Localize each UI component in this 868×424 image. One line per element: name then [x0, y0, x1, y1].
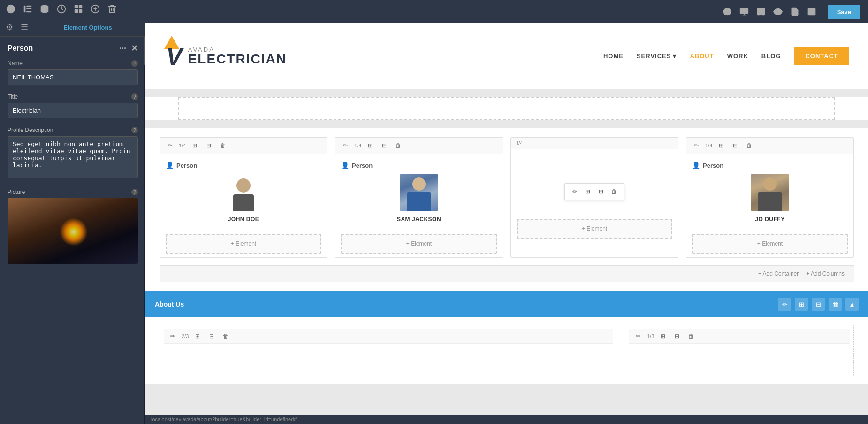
settings-tab-icon[interactable]: ⚙: [6, 22, 13, 32]
picture-thumbnail[interactable]: [8, 198, 138, 264]
about-edit-button[interactable]: ✏: [778, 298, 791, 311]
title-label: Title ?: [8, 93, 138, 100]
card-inner-sam: 👤 Person SAM JACKSON: [335, 154, 503, 230]
move-john-button[interactable]: ⊟: [204, 140, 214, 151]
svg-rect-3: [26, 8, 31, 9]
section2-left: ✏ 2/3 ⊞ ⊟ 🗑: [160, 325, 617, 376]
title-input[interactable]: [8, 103, 138, 118]
name-help-icon[interactable]: ?: [131, 60, 138, 67]
person-icon-jo: 👤: [692, 162, 700, 169]
s2-copy-button[interactable]: ⊞: [192, 331, 203, 341]
help-icon[interactable]: [723, 7, 732, 16]
copy-jo-button[interactable]: ⊞: [716, 140, 726, 151]
float-copy-button[interactable]: ⊞: [583, 186, 593, 197]
nav-bar: V AVADA ELECTRICIAN HOME SERVICES ▾ ABOU…: [145, 23, 868, 89]
fraction-empty: 1/4: [516, 140, 523, 146]
close-icon[interactable]: ✕: [131, 43, 138, 54]
s2r-move-button[interactable]: ⊟: [672, 331, 682, 341]
svg-rect-16: [740, 8, 748, 14]
section2-right-toolbar: ✏ 1/3 ⊞ ⊟ 🗑: [629, 329, 850, 344]
about-delete-button[interactable]: 🗑: [829, 298, 842, 311]
person-label-jo: Person: [703, 162, 723, 169]
name-input[interactable]: [8, 69, 138, 85]
nav-about[interactable]: ABOUT: [690, 53, 714, 60]
add-element-empty[interactable]: + Element: [517, 219, 672, 239]
preview-icon[interactable]: [773, 7, 783, 16]
storage-icon[interactable]: [39, 4, 50, 14]
desktop-icon[interactable]: [739, 7, 749, 16]
page-icon[interactable]: [790, 7, 799, 16]
s2-right-body: [629, 344, 850, 372]
add-element-sam[interactable]: + Element: [341, 234, 497, 254]
float-delete-button[interactable]: 🗑: [609, 186, 619, 197]
svg-rect-2: [26, 6, 31, 7]
picture-help-icon[interactable]: ?: [131, 189, 138, 195]
delete-john-button[interactable]: 🗑: [218, 140, 228, 151]
name-jo: JO DUFFY: [692, 216, 848, 223]
top-toolbar: [0, 0, 145, 18]
name-field-group: Name ?: [8, 60, 138, 85]
nav-work[interactable]: WORK: [727, 53, 748, 60]
copy-sam-button[interactable]: ⊞: [365, 140, 375, 151]
person-label-john: Person: [176, 162, 197, 169]
more-options-icon[interactable]: ···: [119, 44, 126, 54]
history-icon[interactable]: [56, 4, 67, 14]
sidebar-icon[interactable]: [23, 4, 33, 14]
edit-sam-button[interactable]: ✏: [340, 140, 350, 151]
copy-john-button[interactable]: ⊞: [190, 140, 200, 151]
s2-delete-button[interactable]: 🗑: [221, 331, 231, 341]
s2-fraction-right: 1/3: [647, 333, 654, 339]
save-button[interactable]: Save: [828, 5, 860, 19]
about-layout-button[interactable]: ⊟: [812, 298, 825, 311]
profile-label: Profile Description ?: [8, 127, 138, 133]
edit-john-button[interactable]: ✏: [165, 140, 175, 151]
list-tab-icon[interactable]: ☰: [21, 22, 28, 32]
nav-services[interactable]: SERVICES ▾: [637, 53, 677, 60]
move-jo-button[interactable]: ⊟: [730, 140, 740, 151]
add-element-john[interactable]: + Element: [166, 234, 321, 254]
add-element-jo[interactable]: + Element: [692, 234, 848, 254]
url-bar: localhost/dev.avada/about/?builder=true&…: [145, 415, 868, 424]
add-columns-link[interactable]: + Add Columns: [806, 270, 845, 277]
profile-help-icon[interactable]: ?: [131, 127, 138, 133]
elements-icon[interactable]: [73, 4, 84, 14]
columns-icon[interactable]: [756, 7, 766, 16]
svg-point-0: [7, 5, 15, 13]
nav-contact-button[interactable]: CONTACT: [794, 47, 849, 65]
move-sam-button[interactable]: ⊟: [379, 140, 389, 151]
s2-move-button[interactable]: ⊟: [206, 331, 217, 341]
s2r-copy-button[interactable]: ⊞: [658, 331, 668, 341]
s2r-delete-button[interactable]: 🗑: [686, 331, 696, 341]
float-move-button[interactable]: ⊟: [596, 186, 606, 197]
about-expand-button[interactable]: ▲: [845, 298, 859, 311]
title-help-icon[interactable]: ?: [131, 93, 138, 100]
name-john: JOHN DOE: [166, 216, 321, 223]
svg-rect-8: [79, 5, 82, 8]
person-label-sam: Person: [352, 162, 373, 169]
profile-textarea[interactable]: Sed eget nibh non ante pretium eleifend …: [8, 136, 138, 178]
s2r-edit-button[interactable]: ✏: [633, 331, 643, 341]
nav-home[interactable]: HOME: [603, 53, 624, 60]
card-inner-john: 👤 Person JOHN DOE: [160, 154, 327, 230]
bottom-action-bar: + Add Container + Add Columns: [160, 265, 854, 282]
trash-icon[interactable]: [107, 4, 117, 14]
content-area: V AVADA ELECTRICIAN HOME SERVICES ▾ ABOU…: [145, 23, 868, 424]
add-container-link[interactable]: + Add Container: [758, 270, 799, 277]
nav-blog[interactable]: BLOG: [761, 53, 781, 60]
delete-jo-button[interactable]: 🗑: [744, 140, 754, 151]
about-us-bar: About Us ✏ ⊞ ⊟ 🗑 ▲: [145, 291, 868, 317]
add-icon[interactable]: [90, 4, 100, 14]
template-icon[interactable]: [807, 7, 816, 16]
delete-sam-button[interactable]: 🗑: [393, 140, 404, 151]
empty-card-body: [511, 149, 678, 215]
s2-edit-button[interactable]: ✏: [168, 331, 178, 341]
welder-image: [8, 198, 138, 264]
section2-row: ✏ 2/3 ⊞ ⊟ 🗑 ✏ 1/3 ⊞ ⊟ 🗑: [145, 317, 868, 384]
svg-rect-10: [79, 9, 82, 13]
about-copy-button[interactable]: ⊞: [795, 298, 808, 311]
edit-jo-button[interactable]: ✏: [691, 140, 701, 151]
person-icon-john: 👤: [166, 162, 174, 169]
person-card-jo: ✏ 1/4 ⊞ ⊟ 🗑 👤 Person JO DUFFY: [686, 137, 854, 258]
float-edit-button[interactable]: ✏: [570, 186, 580, 197]
chevron-down-icon: ▾: [673, 53, 677, 60]
